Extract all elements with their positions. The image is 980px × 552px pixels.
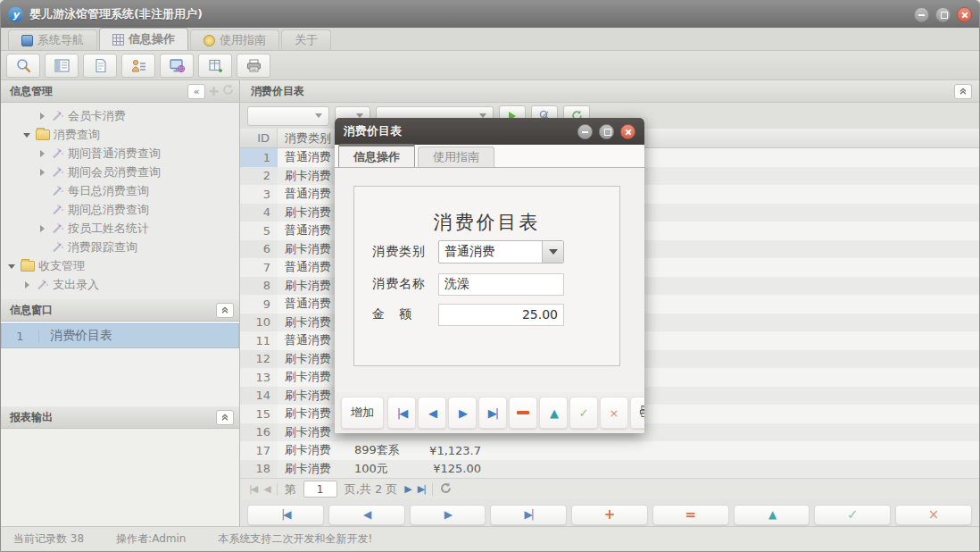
dialog-remove-button[interactable]	[509, 397, 537, 429]
form-button[interactable]	[45, 54, 79, 78]
tree-item-label: 期间普通消费查询	[68, 146, 161, 162]
dialog-up-button[interactable]: ▲	[539, 397, 568, 429]
tree-arrow-right-icon[interactable]	[38, 224, 47, 233]
tree-item-消费查询[interactable]: 消费查询	[1, 125, 239, 144]
minimize-button[interactable]	[914, 7, 929, 22]
cell-id: 16	[240, 423, 278, 442]
tree-arrow-down-icon[interactable]	[8, 262, 17, 271]
dialog-titlebar: 消费价目表	[335, 118, 644, 145]
last-record-button[interactable]: ▶|	[490, 505, 567, 525]
dialog-first-button[interactable]: |◀	[387, 397, 416, 429]
tree-item-会员卡消费[interactable]: 会员卡消费	[1, 106, 239, 125]
dialog-check-button[interactable]: ✓	[569, 397, 598, 429]
col-header-id[interactable]: ID	[240, 129, 278, 147]
cancel-record-button[interactable]: ×	[895, 505, 972, 525]
tab-about[interactable]: 关于	[281, 29, 331, 50]
tree-item-label: 每日总消费查询	[68, 183, 149, 199]
print-icon	[638, 405, 645, 421]
filter-select-1[interactable]	[247, 106, 329, 126]
collapse-up-icon[interactable]	[216, 410, 234, 425]
tree-item-期间普通消费查询[interactable]: 期间普通消费查询	[1, 144, 239, 163]
category-select[interactable]: 普通消费	[438, 240, 564, 263]
user-list-button[interactable]	[121, 54, 155, 78]
cell-amount: ¥125.00	[424, 460, 488, 479]
cell-id: 8	[240, 277, 278, 296]
dialog-maximize-button[interactable]	[599, 124, 614, 139]
tree-item-按员工姓名统计[interactable]: 按员工姓名统计	[1, 219, 239, 238]
first-record-button[interactable]: |◀	[247, 505, 324, 525]
page-first-button[interactable]: |◀	[249, 483, 256, 495]
tree-item-期间会员消费查询[interactable]: 期间会员消费查询	[1, 163, 239, 181]
page-refresh-button[interactable]	[440, 482, 452, 497]
tree-arrow-down-icon[interactable]	[23, 130, 32, 139]
info-window-item[interactable]: 1 消费价目表	[1, 323, 239, 348]
dialog-cancel-button[interactable]: ×	[600, 397, 628, 429]
dialog-next-button[interactable]: ▶	[448, 397, 477, 429]
document-button[interactable]	[83, 54, 117, 78]
tree-item-消费跟踪查询[interactable]: 消费跟踪查询	[1, 238, 239, 256]
info-mgmt-title: 信息管理	[10, 84, 53, 99]
dialog-tab-user-guide[interactable]: 使用指南	[418, 146, 494, 167]
add-icon: ✚	[209, 85, 219, 98]
table-add-button[interactable]	[198, 54, 232, 78]
prev-record-button[interactable]: ◀	[328, 505, 405, 525]
check-record-button[interactable]: ✓	[814, 505, 891, 525]
window-title: 婴儿游泳馆管理系统(非注册用户)	[29, 6, 203, 22]
tree-arrow-right-icon[interactable]	[23, 280, 32, 289]
monitor-button[interactable]	[160, 54, 194, 78]
dialog-tabbar: 信息操作 使用指南	[335, 145, 644, 168]
tree-item-label: 期间会员消费查询	[68, 164, 161, 180]
modify-record-button[interactable]: =	[652, 505, 729, 525]
report-output-panel	[1, 429, 239, 526]
tree-item-支出录入[interactable]: 支出录入	[1, 275, 239, 294]
tree-item-label: 收支管理	[38, 258, 85, 274]
tree-item-期间总消费查询[interactable]: 期间总消费查询	[1, 200, 239, 219]
up-record-button[interactable]: ▲	[734, 505, 810, 525]
dialog-last-button[interactable]: ▶|	[478, 397, 507, 429]
report-output-title: 报表输出	[10, 410, 53, 425]
amount-input[interactable]	[438, 304, 564, 326]
search-button[interactable]	[6, 54, 40, 78]
dialog-tab-info-operation[interactable]: 信息操作	[338, 144, 415, 167]
tree-item-label: 消费查询	[54, 127, 100, 143]
tab-user-guide[interactable]: 使用指南	[190, 29, 279, 50]
dialog-prev-button[interactable]: ◀	[418, 397, 446, 429]
maximize-button[interactable]	[935, 7, 951, 22]
tree-item-每日总消费查询[interactable]: 每日总消费查询	[1, 181, 239, 200]
dialog-close-button[interactable]	[620, 124, 635, 139]
last-icon: ▶|	[488, 407, 497, 419]
close-button[interactable]	[957, 7, 972, 22]
name-input[interactable]	[438, 273, 564, 296]
page-last-button[interactable]: ▶|	[418, 483, 425, 495]
collapse-up-icon[interactable]	[216, 303, 234, 318]
wand-icon	[51, 110, 64, 122]
page-prev-button[interactable]: ◀	[263, 483, 269, 495]
next-record-button[interactable]: ▶	[410, 505, 486, 525]
cell-id: 9	[240, 295, 278, 314]
cancel-icon: ×	[610, 407, 619, 419]
table-row[interactable]: 18刷卡消费100元¥125.00	[240, 460, 979, 479]
cell-name: 100元	[347, 460, 424, 479]
chevron-down-icon[interactable]	[542, 241, 563, 263]
printer-button[interactable]	[237, 54, 270, 78]
page-input[interactable]	[303, 481, 337, 498]
collapse-left-icon[interactable]: «	[187, 84, 205, 99]
cell-id: 11	[240, 331, 278, 350]
table-row[interactable]: 17刷卡消费899套系¥1,123.7	[240, 441, 979, 460]
dialog-print-button[interactable]	[630, 397, 644, 429]
cell-id: 15	[240, 405, 278, 423]
tab-system-nav[interactable]: 系统导航	[8, 29, 97, 50]
wand-icon	[51, 185, 64, 197]
tree-arrow-right-icon[interactable]	[38, 149, 47, 158]
dialog-minimize-button[interactable]	[577, 124, 593, 139]
cell-id: 2	[240, 167, 278, 186]
tab-info-operation[interactable]: 信息操作	[99, 28, 188, 50]
page-next-button[interactable]: ▶	[404, 483, 410, 495]
add-record-button[interactable]: +	[571, 505, 648, 525]
tree-arrow-right-icon[interactable]	[38, 168, 47, 177]
nav-square-icon	[21, 35, 33, 46]
collapse-up-icon[interactable]	[954, 84, 972, 99]
tree-arrow-right-icon[interactable]	[38, 112, 47, 121]
add-record-button[interactable]: 增加	[341, 397, 384, 429]
tree-item-收支管理[interactable]: 收支管理	[1, 256, 239, 275]
